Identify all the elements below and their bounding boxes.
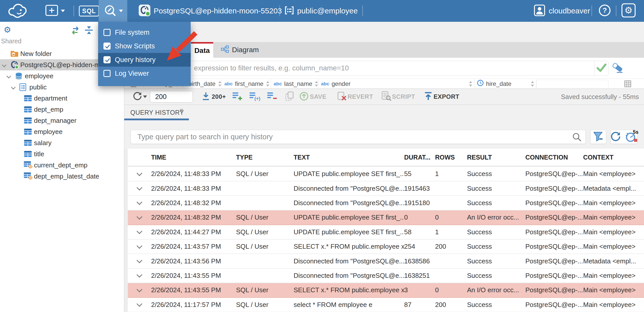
fetch-more-button[interactable] [201, 92, 210, 102]
duplicate-row-icon: (+) [249, 97, 260, 102]
sidebar-sync-button[interactable] [70, 26, 81, 36]
export-icon [424, 97, 433, 102]
query-history-row[interactable]: 2/26/2024, 11:48:33 PMSQL / UserUPDATE p… [128, 167, 644, 181]
svg-text:(+): (+) [254, 96, 260, 101]
row-expander-chevron-icon[interactable] [128, 289, 151, 291]
refresh-button[interactable] [131, 90, 143, 103]
checkbox-icon[interactable] [103, 70, 111, 77]
expand-chevron-icon[interactable] [2, 63, 6, 67]
clear-filter-button[interactable] [612, 63, 624, 74]
query-history-row[interactable]: 2/26/2024, 11:44:27 PMSQL / UserUPDATE p… [128, 225, 644, 240]
checkbox-icon[interactable] [103, 43, 111, 50]
menu-item-show-scripts[interactable]: Show Scripts [98, 39, 191, 53]
sidebar-item-dept-manager[interactable]: dept_manager [0, 115, 124, 126]
sql-editor-button[interactable]: SQL [79, 0, 99, 22]
query-history-row[interactable]: 2/26/2024, 11:43:55 PMSQL / UserSELECT x… [128, 283, 644, 298]
column-header-rows[interactable]: ROWS [435, 154, 467, 161]
column-label: hire_date [486, 80, 511, 87]
row-expander-chevron-icon[interactable] [128, 216, 151, 219]
cloudbeaver-logo-icon[interactable] [6, 0, 31, 22]
revert-button[interactable] [337, 91, 347, 102]
row-expander-chevron-icon[interactable] [128, 245, 151, 248]
query-history-row[interactable]: 2/26/2024, 11:17:57 PMSQL / Userselect *… [128, 298, 644, 312]
row-expander-chevron-icon[interactable] [128, 260, 151, 262]
row-expander-chevron-icon[interactable] [128, 173, 151, 175]
column-header-durat[interactable]: DURAT... [404, 154, 435, 161]
column-header-result[interactable]: RESULT [467, 154, 525, 161]
menu-item-file-system[interactable]: File system [98, 26, 191, 39]
column-header-time[interactable]: TIME [151, 154, 236, 161]
query-history-search-input[interactable] [131, 130, 586, 144]
row-limit-input[interactable] [150, 91, 193, 103]
grid-column-last_name[interactable]: abclast_name [271, 79, 318, 89]
expand-chevron-icon[interactable] [6, 74, 11, 78]
sidebar-item-dept-emp[interactable]: dept_emp [0, 104, 124, 115]
grid-settings-icon[interactable] [622, 79, 633, 89]
close-icon[interactable]: × [180, 106, 183, 114]
sidebar-settings-button[interactable]: ⚙ [3, 25, 12, 35]
menu-item-query-history[interactable]: Query history [98, 53, 191, 67]
sidebar-item-current-dept-emp[interactable]: current_dept_emp [0, 160, 124, 171]
new-connection-button[interactable] [45, 0, 65, 22]
export-button[interactable] [424, 91, 433, 102]
refresh-options-chevron-icon[interactable] [143, 95, 147, 98]
row-expander-chevron-icon[interactable] [128, 202, 151, 204]
topbar-separator [616, 6, 616, 16]
tab-diagram[interactable]: Diagram [213, 42, 266, 58]
column-header-connection[interactable]: CONNECTION [525, 154, 583, 161]
apply-filter-button[interactable] [594, 61, 609, 75]
query-history-row[interactable]: 2/26/2024, 11:48:33 PMDisconnected from … [128, 181, 644, 196]
auto-refresh-timer-icon[interactable]: 5s [624, 130, 638, 144]
row-expander-chevron-icon[interactable] [128, 303, 151, 306]
expand-chevron-icon[interactable] [11, 85, 15, 89]
query-history-tab[interactable]: QUERY HISTORY [130, 109, 184, 116]
checkbox-icon[interactable] [103, 56, 111, 63]
grid-column-gender[interactable]: abcgender [318, 79, 474, 89]
history-filter-button[interactable] [590, 130, 606, 144]
add-row-button[interactable] [232, 91, 243, 102]
tab-data[interactable]: Data [191, 42, 213, 58]
sidebar-item-department[interactable]: department [0, 93, 124, 104]
column-header-context[interactable]: CONTEXT [583, 154, 644, 161]
query-history-row[interactable]: 2/26/2024, 11:43:56 PMDisconnected from … [128, 254, 644, 268]
column-header-type[interactable]: TYPE [236, 154, 294, 161]
sidebar-item-title[interactable]: title [0, 148, 124, 160]
sidebar-collapse-button[interactable] [84, 26, 94, 36]
save-button[interactable] [299, 91, 309, 102]
sort-icon[interactable] [314, 80, 318, 87]
column-header-text[interactable]: TEXT [294, 154, 404, 161]
settings-button[interactable]: ⚙ [621, 0, 636, 22]
sidebar-item-dept-emp-latest-date[interactable]: dept_emp_latest_date [0, 171, 124, 182]
fetch-more-label[interactable]: 200+ [212, 93, 226, 100]
grid-column-first_name[interactable]: abcfirst_name [222, 79, 271, 89]
help-button[interactable]: ? [598, 0, 611, 22]
history-refresh-button[interactable]: 5s [611, 130, 637, 144]
filter-expression-input[interactable] [127, 61, 607, 75]
sort-icon[interactable] [530, 80, 534, 87]
sort-icon[interactable] [266, 80, 270, 87]
script-button[interactable] [381, 91, 392, 103]
sort-icon[interactable] [218, 80, 222, 87]
schema-selector[interactable]: public@employee [297, 0, 358, 22]
tools-menu-button[interactable] [99, 0, 127, 22]
cell-context: Main <employee> [583, 213, 644, 221]
sidebar-item-employee[interactable]: employee [0, 126, 124, 137]
row-expander-chevron-icon[interactable] [128, 187, 151, 190]
user-menu[interactable]: cloudbeaver [534, 0, 590, 22]
duplicate-row-button[interactable]: (+) [249, 91, 260, 102]
delete-row-button[interactable] [267, 91, 277, 102]
query-history-row[interactable]: 2/26/2024, 11:48:32 PMSQL / UserUPDATE p… [128, 210, 644, 225]
grid-column-hire_date[interactable]: hire_date [474, 79, 536, 89]
column-label: gender [332, 80, 351, 87]
menu-item-log-viewer[interactable]: Log Viewer [98, 67, 191, 80]
checkbox-icon[interactable] [103, 29, 111, 36]
sort-icon[interactable] [469, 80, 473, 87]
row-expander-chevron-icon[interactable] [128, 274, 151, 277]
query-history-row[interactable]: 2/26/2024, 11:43:57 PMSQL / UserSELECT x… [128, 240, 644, 254]
sidebar-item-salary[interactable]: salary [0, 137, 124, 148]
connection-selector[interactable]: PostgreSQL@ep-hidden-moon-55203 [154, 0, 282, 22]
query-history-row[interactable]: 2/26/2024, 11:48:32 PMDisconnected from … [128, 196, 644, 210]
row-expander-chevron-icon[interactable] [128, 231, 151, 233]
copy-button[interactable] [285, 91, 294, 102]
query-history-row[interactable]: 2/26/2024, 11:43:55 PMDisconnected from … [128, 269, 644, 283]
